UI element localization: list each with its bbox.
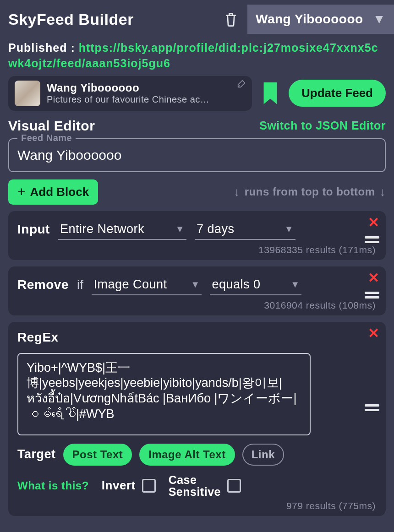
feed-name-input[interactable] xyxy=(17,147,377,163)
bookmark-button[interactable] xyxy=(259,82,281,104)
target-link-chip[interactable]: Link xyxy=(242,444,284,466)
chevron-down-icon: ▼ xyxy=(191,279,200,290)
invert-checkbox[interactable] xyxy=(142,479,156,493)
feed-avatar xyxy=(15,81,40,106)
feed-card-title: Wang Yiboooooo xyxy=(47,81,246,94)
update-feed-button[interactable]: Update Feed xyxy=(289,80,386,107)
tools-icon xyxy=(236,79,246,89)
block-results: 3016904 results (108ms) xyxy=(17,295,377,312)
block-results: 979 results (775ms) xyxy=(17,496,377,512)
block-results: 13968335 results (171ms) xyxy=(17,240,377,256)
input-duration-select[interactable]: 7 days ▼ xyxy=(195,219,296,240)
app-title: SkyFeed Builder xyxy=(8,11,134,28)
remove-op-select[interactable]: equals 0 ▼ xyxy=(210,275,301,295)
target-label: Target xyxy=(17,447,56,461)
chevron-down-icon: ▼ xyxy=(175,224,185,234)
feed-selector-dropdown[interactable]: Wang Yiboooooo ▼ xyxy=(247,5,394,34)
runs-hint: ↓ runs from top to bottom ↓ xyxy=(234,185,386,199)
chevron-down-icon: ▼ xyxy=(285,224,294,234)
add-block-label: Add Block xyxy=(30,185,89,199)
regex-input[interactable] xyxy=(17,353,311,435)
switch-to-json-link[interactable]: Switch to JSON Editor xyxy=(259,119,386,132)
arrow-down-icon: ↓ xyxy=(380,185,386,199)
block-regex: ✕ RegEx Target Post Text Image Alt Text … xyxy=(8,322,386,516)
feed-card-description: Pictures of our favourite Chinese ac… xyxy=(47,94,246,105)
arrow-down-icon: ↓ xyxy=(234,185,240,199)
published-label: Published : xyxy=(8,41,75,54)
if-word: if xyxy=(77,278,84,292)
feed-name-fieldset: Feed Name xyxy=(8,138,386,172)
add-block-button[interactable]: + Add Block xyxy=(8,179,98,205)
block-remove: ✕ Remove if Image Count ▼ equals 0 ▼ 301… xyxy=(8,266,386,315)
drag-handle[interactable] xyxy=(365,292,379,299)
published-info: Published : https://bsky.app/profile/did… xyxy=(0,38,394,76)
drag-handle[interactable] xyxy=(365,404,379,411)
close-icon[interactable]: ✕ xyxy=(368,216,380,229)
remove-field-select[interactable]: Image Count ▼ xyxy=(92,275,202,295)
input-source-select[interactable]: Entire Network ▼ xyxy=(58,219,186,240)
close-icon[interactable]: ✕ xyxy=(368,271,380,285)
close-icon[interactable]: ✕ xyxy=(368,326,380,340)
what-is-this-link[interactable]: What is this? xyxy=(17,479,89,492)
block-label: RegEx xyxy=(17,330,59,345)
trash-icon xyxy=(224,11,238,27)
target-post-text-chip[interactable]: Post Text xyxy=(63,444,132,466)
chevron-down-icon: ▼ xyxy=(373,12,386,27)
feed-preview-card[interactable]: Wang Yiboooooo Pictures of our favourite… xyxy=(8,76,252,111)
case-sensitive-checkbox[interactable] xyxy=(227,479,241,493)
feed-name-label: Feed Name xyxy=(17,133,76,143)
editor-title: Visual Editor xyxy=(8,118,95,134)
block-input: ✕ Input Entire Network ▼ 7 days ▼ 139683… xyxy=(8,211,386,260)
drag-handle[interactable] xyxy=(365,236,379,243)
chevron-down-icon: ▼ xyxy=(290,279,300,290)
case-sensitive-label: Case Sensitive xyxy=(169,474,221,498)
feed-selector-label: Wang Yiboooooo xyxy=(256,12,363,27)
invert-label: Invert xyxy=(102,478,136,493)
target-image-alt-chip[interactable]: Image Alt Text xyxy=(139,444,235,466)
block-label: Remove xyxy=(17,277,69,292)
plus-icon: + xyxy=(17,185,26,199)
block-label: Input xyxy=(17,222,50,237)
delete-feed-button[interactable] xyxy=(221,9,241,29)
